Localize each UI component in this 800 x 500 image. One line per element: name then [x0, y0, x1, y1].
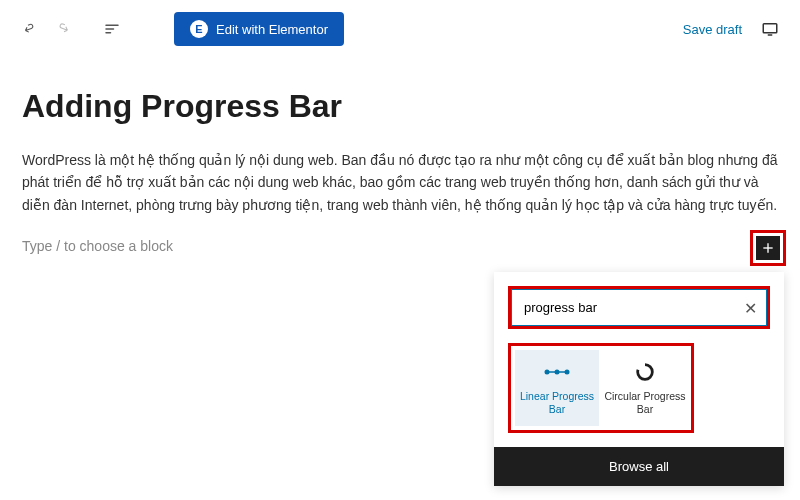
- circular-progress-icon: [634, 360, 656, 384]
- search-highlight: ✕: [508, 286, 770, 329]
- svg-point-11: [565, 370, 570, 375]
- inserter-results: Linear Progress Bar Circular Progress Ba…: [494, 343, 784, 447]
- post-description[interactable]: WordPress là một hệ thống quản lý nội du…: [22, 149, 778, 216]
- block-label: Circular Progress Bar: [603, 390, 687, 415]
- svg-point-12: [638, 365, 653, 380]
- svg-point-9: [555, 370, 560, 375]
- svg-rect-3: [763, 24, 777, 33]
- redo-icon[interactable]: [52, 17, 76, 41]
- block-circular-progress-bar[interactable]: Circular Progress Bar: [603, 350, 687, 426]
- block-search-input[interactable]: [511, 289, 767, 326]
- block-placeholder-text: Type / to choose a block: [22, 238, 173, 254]
- results-highlight: Linear Progress Bar Circular Progress Ba…: [508, 343, 694, 433]
- block-linear-progress-bar[interactable]: Linear Progress Bar: [515, 350, 599, 426]
- add-block-highlight: [750, 230, 786, 266]
- preview-device-icon[interactable]: [758, 17, 782, 41]
- save-draft-link[interactable]: Save draft: [683, 22, 742, 37]
- editor-content: Adding Progress Bar WordPress là một hệ …: [0, 58, 800, 254]
- clear-search-icon[interactable]: ✕: [744, 298, 757, 317]
- page-title[interactable]: Adding Progress Bar: [22, 88, 778, 125]
- edit-with-elementor-button[interactable]: E Edit with Elementor: [174, 12, 344, 46]
- elementor-logo-icon: E: [190, 20, 208, 38]
- elementor-button-label: Edit with Elementor: [216, 22, 328, 37]
- inserter-search-wrap: ✕: [494, 272, 784, 343]
- block-label: Linear Progress Bar: [515, 390, 599, 415]
- svg-point-7: [545, 370, 550, 375]
- results-grid: Linear Progress Bar Circular Progress Ba…: [515, 350, 687, 426]
- add-block-button[interactable]: [756, 236, 780, 260]
- linear-progress-icon: [543, 360, 571, 384]
- browse-all-button[interactable]: Browse all: [494, 447, 784, 486]
- block-inserter-popover: ✕ Linear Progress Bar Circular Progress …: [494, 272, 784, 486]
- toolbar-right: Save draft: [683, 17, 782, 41]
- empty-block-row[interactable]: Type / to choose a block: [22, 238, 778, 254]
- details-icon[interactable]: [100, 17, 124, 41]
- undo-icon[interactable]: [18, 17, 42, 41]
- editor-toolbar: E Edit with Elementor Save draft: [0, 0, 800, 58]
